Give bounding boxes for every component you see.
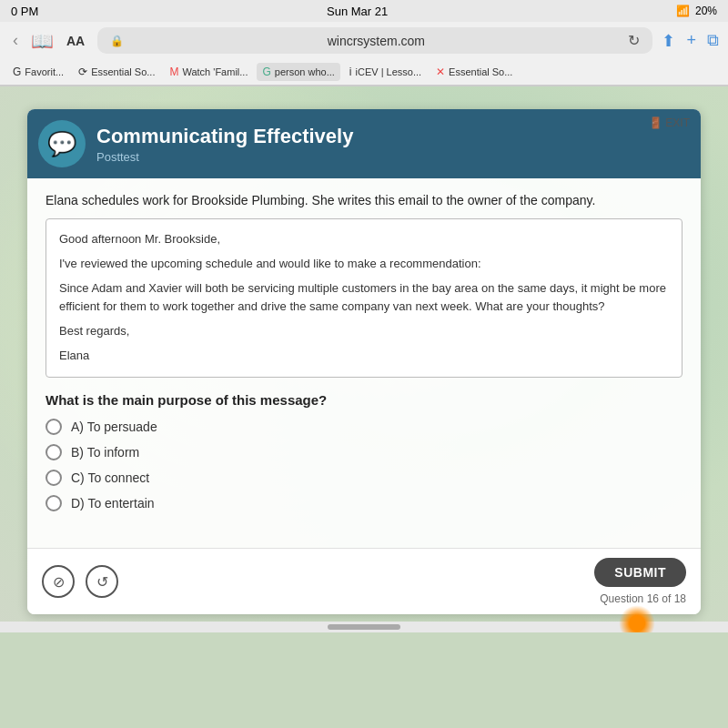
exit-icon: 🚪 [649, 116, 662, 129]
email-box: Good afternoon Mr. Brookside, I've revie… [46, 218, 682, 378]
option-c[interactable]: C) To connect [46, 470, 682, 486]
radio-a[interactable] [46, 419, 62, 435]
option-a-label: A) To persuade [71, 420, 157, 434]
radio-d[interactable] [46, 495, 62, 511]
main-question: What is the main purpose of this message… [46, 392, 682, 408]
email-line-4: Best regards, [59, 322, 669, 341]
aa-button[interactable]: AA [66, 34, 85, 48]
scroll-thumb[interactable] [328, 624, 400, 630]
bookmarks-icon[interactable]: 📖 [31, 30, 54, 52]
status-date: Sun Mar 21 [327, 5, 388, 18]
tab-person[interactable]: G person who... [257, 63, 339, 81]
header-text: Communicating Effectively Posttest [96, 125, 353, 164]
submit-button[interactable]: SUBMIT [594, 558, 686, 587]
email-line-2: I've reviewed the upcoming schedule and … [59, 255, 669, 274]
reload-button[interactable]: ↻ [628, 32, 640, 49]
option-b[interactable]: B) To inform [46, 444, 682, 460]
battery-text: 20% [695, 5, 717, 17]
tab-essential1[interactable]: ⟳ Essential So... [73, 63, 160, 81]
email-line-5: Elana [59, 347, 669, 366]
url-field[interactable]: 🔒 wincrsystem.com ↻ [97, 27, 652, 54]
bottom-right: SUBMIT Question 16 of 18 [594, 558, 686, 605]
status-bar: 0 PM Sun Mar 21 📶 20% [0, 0, 728, 22]
flag-button[interactable]: ⊘ [42, 565, 75, 598]
browser-chrome: ‹ 📖 AA 🔒 wincrsystem.com ↻ ⬆ + ⧉ G Favor… [0, 22, 728, 86]
exit-label: EXIT [665, 116, 690, 129]
tab-bar: G Favorit... ⟳ Essential So... M Watch '… [0, 59, 728, 86]
quiz-body: Elana schedules work for Brookside Plumb… [27, 178, 701, 526]
lock-icon: 🔒 [110, 35, 124, 47]
back-button[interactable]: ‹ [9, 31, 22, 50]
question-prompt: Elana schedules work for Brookside Plumb… [46, 193, 682, 207]
tab-essential2[interactable]: ✕ Essential So... [430, 63, 518, 81]
main-content: 🚪 EXIT 💬 Communicating Effectively Postt… [0, 86, 728, 632]
tabs-button[interactable]: ⧉ [707, 31, 719, 50]
add-tab-button[interactable]: + [686, 31, 696, 50]
quiz-subtitle: Posttest [96, 150, 353, 164]
wifi-icon: 📶 [676, 5, 690, 17]
url-text: wincrsystem.com [129, 34, 622, 48]
question-counter: Question 16 of 18 [600, 592, 686, 605]
option-a[interactable]: A) To persuade [46, 419, 682, 435]
answer-options: A) To persuade B) To inform C) To connec… [46, 419, 682, 511]
tab-google[interactable]: G Favorit... [7, 63, 69, 81]
chat-icon: 💬 [47, 130, 76, 158]
tab-icev[interactable]: i iCEV | Lesso... [344, 63, 427, 81]
status-time: 0 PM [11, 5, 38, 18]
tab-watch[interactable]: M Watch 'Famil... [164, 63, 253, 81]
quiz-title: Communicating Effectively [96, 125, 353, 148]
option-c-label: C) To connect [71, 470, 149, 485]
email-line-3: Since Adam and Xavier will both be servi… [59, 279, 669, 318]
option-b-label: B) To inform [71, 445, 139, 460]
share-button[interactable]: ⬆ [662, 31, 675, 51]
quiz-bottom: ⊘ ↺ SUBMIT Question 16 of 18 [27, 548, 701, 614]
url-bar-row: ‹ 📖 AA 🔒 wincrsystem.com ↻ ⬆ + ⧉ [0, 22, 728, 59]
refresh-button[interactable]: ↺ [86, 565, 118, 598]
header-icon-circle: 💬 [38, 120, 86, 167]
browser-actions: ⬆ + ⧉ [662, 31, 719, 51]
quiz-header: 💬 Communicating Effectively Posttest [27, 109, 701, 178]
email-line-1: Good afternoon Mr. Brookside, [59, 230, 669, 249]
bottom-icons: ⊘ ↺ [42, 565, 118, 598]
radio-b[interactable] [46, 444, 62, 460]
option-d[interactable]: D) To entertain [46, 495, 682, 511]
status-right: 📶 20% [676, 5, 717, 17]
quiz-container: 🚪 EXIT 💬 Communicating Effectively Postt… [27, 109, 701, 614]
option-d-label: D) To entertain [71, 496, 155, 511]
exit-button[interactable]: 🚪 EXIT [649, 116, 690, 129]
scroll-area[interactable] [0, 622, 728, 632]
radio-c[interactable] [46, 470, 62, 486]
